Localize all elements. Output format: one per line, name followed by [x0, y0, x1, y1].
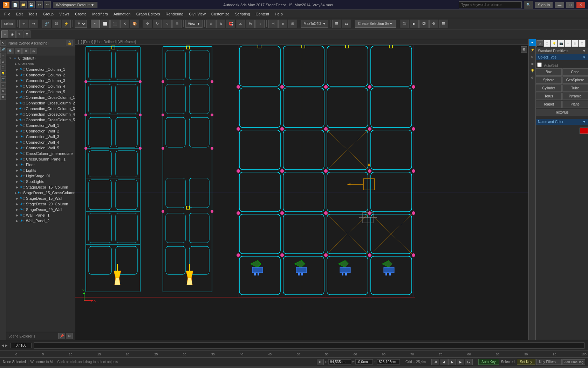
- tree-expand-2[interactable]: ▶: [15, 78, 20, 83]
- create-light-tab[interactable]: 💡: [551, 40, 558, 47]
- vert-obj-btn[interactable]: ○: [0, 53, 6, 58]
- list-item[interactable]: ▶ 👁 ◻ CrossColumn_Panel_1: [6, 156, 75, 162]
- scene-find-btn[interactable]: 🔍: [7, 48, 14, 54]
- edit-btn[interactable]: ✎: [16, 30, 23, 38]
- list-item[interactable]: ▶ 👁 ◻ StageDecor_29_Column: [6, 201, 75, 207]
- menu-content[interactable]: Content: [253, 11, 272, 17]
- redo-btn[interactable]: ↪: [44, 1, 51, 8]
- coord-type-btn[interactable]: ⊕: [317, 359, 324, 365]
- rnav-hierarchy-btn[interactable]: ⊕: [529, 53, 536, 60]
- playback-next-btn[interactable]: ▶: [457, 359, 464, 365]
- display-btn[interactable]: ◉: [9, 30, 16, 38]
- list-item[interactable]: ▶ 👁 ◻ Connection_Column_4: [6, 83, 75, 89]
- angle-snap-btn[interactable]: ∠: [236, 20, 245, 28]
- vert-select-btn[interactable]: ↖: [0, 40, 6, 46]
- create-space-tab[interactable]: ⊕: [572, 40, 579, 47]
- tree-expand-0[interactable]: ▶: [15, 67, 20, 72]
- list-item[interactable]: ▶ 👁 ◻ Connection_Column_3: [6, 78, 75, 83]
- rnav-motion-btn[interactable]: ◉: [529, 60, 536, 67]
- scene-pin-btn[interactable]: 📌: [58, 333, 65, 339]
- select-mode-btn[interactable]: Select: [1, 20, 15, 28]
- create-sys-tab[interactable]: ⚙: [579, 40, 586, 47]
- y-coord[interactable]: [355, 359, 373, 364]
- auto-key-btn[interactable]: Auto Key: [478, 359, 499, 365]
- close-btn[interactable]: ✕: [576, 2, 585, 8]
- list-item[interactable]: ▶ 👁 ◻ Connection_Wall_1: [6, 123, 75, 128]
- vert-shape-btn[interactable]: ⬡: [0, 64, 6, 70]
- menu-file[interactable]: File: [1, 11, 13, 17]
- mirror-btn[interactable]: ⊣: [268, 20, 278, 28]
- list-item[interactable]: ▶ 👁 ◻ LightStage_01: [6, 173, 75, 179]
- render-frame-btn[interactable]: 🖼: [419, 20, 429, 28]
- bind-btn[interactable]: ⚡: [62, 20, 71, 28]
- set-key-btn[interactable]: Set Key: [517, 359, 535, 365]
- ref-coord-dropdown[interactable]: View ▼: [185, 20, 203, 28]
- key-filters-btn[interactable]: Key Filters...: [536, 359, 562, 365]
- vert-cam-btn[interactable]: 📷: [0, 76, 6, 82]
- obj-btn-sphere[interactable]: Sphere: [536, 76, 562, 84]
- list-item[interactable]: ▶ 👁 ◻ StageDecor_15_CrossColumn: [6, 190, 75, 196]
- list-item[interactable]: ▶ 👁 ◻ Connection_CrossColumn_2: [6, 100, 75, 106]
- layer1-btn[interactable]: ☰: [332, 20, 341, 28]
- scene-expand-btn[interactable]: ⊕: [22, 48, 29, 54]
- pct-snap-btn[interactable]: %: [246, 20, 255, 28]
- list-item[interactable]: ▶ 👁 ◻ Wall_Panel_2: [6, 218, 75, 224]
- tree-arrow-cameras[interactable]: ▶: [13, 61, 18, 66]
- pivot-btn[interactable]: ⊕: [206, 20, 216, 28]
- create-cam-tab[interactable]: 📷: [558, 40, 565, 47]
- render-btn[interactable]: ▶: [410, 20, 419, 28]
- obj-btn-box[interactable]: Box: [536, 68, 562, 76]
- obj-btn-teapot[interactable]: Teapot: [536, 101, 562, 108]
- select-paint-btn[interactable]: 🎨: [130, 20, 139, 28]
- obj-btn-torus[interactable]: Torus: [536, 93, 562, 100]
- playback-prev-btn[interactable]: ◀: [440, 359, 447, 365]
- move-btn[interactable]: ✛: [143, 20, 152, 28]
- filter-select[interactable]: All: [75, 20, 87, 28]
- list-item[interactable]: ▶ 👁 ◻ Connection_CrossColumn_3: [6, 106, 75, 111]
- vp-maximize-btn[interactable]: ⊞: [521, 46, 527, 53]
- list-item[interactable]: ▶ 👁 ◻ Lights: [6, 168, 75, 173]
- tree-arrow-root[interactable]: ▼: [8, 56, 13, 61]
- obj-btn-geosphere[interactable]: GeoSphere: [562, 76, 588, 84]
- vert-space-btn[interactable]: ⊕: [0, 88, 6, 94]
- link-btn[interactable]: 🔗: [42, 20, 51, 28]
- timeline-bar[interactable]: [34, 342, 584, 349]
- obj-btn-cylinder[interactable]: Cylinder: [536, 84, 562, 92]
- scene-eye-btn[interactable]: 👁: [15, 48, 22, 54]
- scale-btn[interactable]: ⤡: [163, 20, 172, 28]
- maxtoc4d-dropdown[interactable]: MaxToC4D ▼: [301, 20, 328, 28]
- rnav-utilities-btn[interactable]: ⚙: [529, 74, 536, 81]
- sort-btn[interactable]: 🔒: [66, 40, 73, 46]
- obj-btn-cone[interactable]: Cone: [562, 68, 588, 76]
- signin-btn[interactable]: Sign In: [535, 2, 553, 8]
- list-item[interactable]: ▶ 👁 ◻ StageDecor_15_Column: [6, 184, 75, 190]
- align-btn[interactable]: ≡: [278, 20, 287, 28]
- vert-geo-btn[interactable]: △: [0, 59, 6, 64]
- tree-category-cameras[interactable]: ▶ CAMERAS: [6, 61, 75, 67]
- list-item[interactable]: ▶ 👁 ◻ StageDecor_15_Wall: [6, 196, 75, 201]
- viewport-canvas[interactable]: X Y ⊞: [75, 45, 528, 340]
- frame-counter[interactable]: 0 / 100: [11, 343, 32, 348]
- list-item[interactable]: ▶ 👁 ◻ Connection_CrossColumn_5: [6, 117, 75, 123]
- menu-modifiers[interactable]: Modifiers: [89, 11, 111, 17]
- workspace-dropdown[interactable]: Workspace: Default ▼: [53, 2, 98, 8]
- color-swatch[interactable]: [580, 128, 588, 134]
- scale-uniform-btn[interactable]: ⊞: [172, 20, 182, 28]
- menu-graph-editors[interactable]: Graph Editors: [134, 11, 163, 17]
- menu-animation[interactable]: Animation: [111, 11, 134, 17]
- select-window-btn[interactable]: ⬛: [110, 20, 119, 28]
- vert-light-btn[interactable]: 💡: [0, 70, 6, 76]
- menu-group[interactable]: Group: [40, 11, 56, 17]
- select-crossing-btn[interactable]: ✕: [120, 20, 129, 28]
- menu-customize[interactable]: Customize: [208, 11, 232, 17]
- menu-create[interactable]: Create: [72, 11, 89, 17]
- list-item[interactable]: ▶ 👁 ◻ Connection_CrossColumn_1: [6, 95, 75, 100]
- tree-expand-1[interactable]: ▶: [15, 73, 20, 77]
- spinner-snap-btn[interactable]: ↕: [255, 20, 265, 28]
- pivot2-btn[interactable]: ⊗: [216, 20, 225, 28]
- minimize-btn[interactable]: —: [555, 2, 564, 8]
- list-item[interactable]: ▶ 👁 ◻ SpotLights: [6, 179, 75, 184]
- obj-btn-plane[interactable]: Plane: [562, 101, 588, 108]
- snap-btn[interactable]: 🧲: [226, 20, 235, 28]
- undo-btn[interactable]: ↩: [36, 1, 43, 8]
